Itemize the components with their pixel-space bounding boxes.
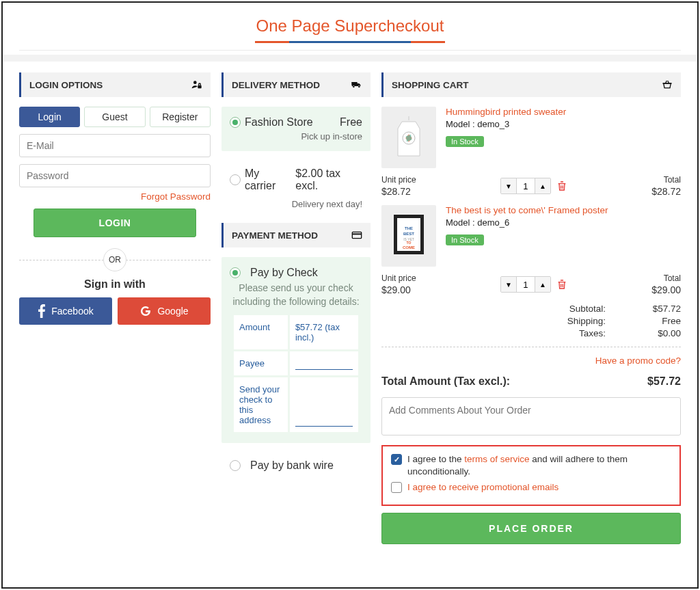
login-button[interactable]: LOGIN (33, 209, 196, 237)
qty-decrease[interactable]: ▼ (501, 178, 516, 193)
quantity-stepper[interactable]: ▼ ▲ (500, 276, 551, 293)
delivery-price: $2.00 tax excl. (295, 167, 362, 192)
delivery-option[interactable]: My carrier $2.00 tax excl. (221, 161, 371, 199)
shipping-value: Free (626, 316, 681, 326)
google-button[interactable]: Google (118, 297, 211, 325)
subtotal-label: Subtotal: (558, 304, 606, 314)
unit-price: $29.00 (381, 284, 416, 295)
check-address-label: Send your check to this address (234, 377, 290, 432)
taxes-label: Taxes: (558, 328, 606, 338)
qty-increase[interactable]: ▲ (535, 178, 550, 193)
qty-input[interactable] (516, 178, 535, 193)
truck-icon (351, 79, 362, 90)
product-thumbnail: THEBESTIS YETTOCOME (381, 205, 436, 267)
delivery-label: Fashion Store (245, 116, 313, 129)
svg-point-0 (193, 81, 197, 84)
promo-code-link[interactable]: Have a promo code? (381, 356, 681, 366)
payment-option[interactable]: Pay by bank wire (221, 453, 371, 479)
unit-price-label: Unit price (381, 175, 416, 185)
qty-increase[interactable]: ▲ (535, 277, 550, 292)
cart-heading: SHOPPING CART (392, 80, 469, 90)
order-totals: Subtotal:$57.72 Shipping:Free Taxes:$0.0… (381, 304, 681, 338)
cart-item: THEBESTIS YETTOCOME The best is yet to c… (381, 205, 681, 295)
line-total-label: Total (664, 175, 681, 185)
login-heading: LOGIN OPTIONS (29, 80, 103, 90)
svg-rect-2 (352, 232, 361, 238)
user-lock-icon (191, 79, 202, 90)
radio-icon (230, 117, 241, 128)
taxes-value: $0.00 (626, 328, 681, 338)
check-address-value (290, 377, 358, 432)
page-title-wrap: One Page Supercheckout (19, 14, 681, 51)
delivery-note: Pick up in-store (230, 131, 362, 142)
order-comment[interactable] (381, 397, 681, 435)
promo-emails-checkbox-row[interactable]: I agree to receive promotional emails (391, 481, 671, 494)
divider (3, 55, 697, 62)
grand-total-value: $57.72 (647, 375, 681, 388)
product-name[interactable]: Hummingbird printed sweater (446, 107, 566, 117)
product-thumbnail (381, 107, 436, 168)
cart-item: Hummingbird printed sweater Model : demo… (381, 107, 681, 197)
card-icon (351, 230, 362, 241)
check-details-table: Amount$57.72 (tax incl.) Payee Send your… (234, 315, 358, 432)
facebook-button[interactable]: Facebook (19, 297, 112, 325)
password-field[interactable] (19, 164, 211, 187)
qty-input[interactable] (516, 277, 535, 292)
remove-item[interactable] (556, 180, 567, 192)
payment-note: Please send us your check including the … (230, 282, 362, 308)
check-payee-value (290, 351, 358, 375)
svg-text:BEST: BEST (403, 232, 414, 236)
svg-text:THE: THE (405, 226, 413, 230)
svg-rect-1 (198, 85, 201, 89)
payment-option-selected[interactable]: Pay by Check Please send us your check i… (221, 257, 371, 443)
payment-label: Pay by bank wire (250, 459, 334, 472)
delivery-header: DELIVERY METHOD (221, 72, 371, 97)
promo-emails-text: I agree to receive promotional emails (407, 481, 558, 494)
email-field[interactable] (19, 134, 211, 157)
payment-label: Pay by Check (250, 267, 318, 279)
svg-text:COME: COME (403, 245, 415, 250)
title-underline (255, 41, 445, 43)
page-title: One Page Supercheckout (251, 14, 450, 38)
delivery-price: Free (340, 116, 362, 129)
unit-price-label: Unit price (381, 273, 416, 283)
tab-register[interactable]: Register (150, 107, 211, 127)
radio-icon (230, 267, 241, 278)
payment-heading: PAYMENT METHOD (232, 230, 318, 241)
facebook-icon (38, 304, 46, 318)
login-tabs: Login Guest Register (19, 107, 211, 127)
google-icon (139, 305, 152, 317)
line-total: $29.00 (651, 284, 681, 295)
delivery-note: Delivery next day! (221, 199, 371, 209)
facebook-label: Facebook (51, 306, 93, 317)
grand-total-label: Total Amount (Tax excl.): (381, 375, 510, 388)
remove-item[interactable] (556, 278, 567, 291)
delivery-label: My carrier (245, 167, 290, 192)
basket-icon (662, 79, 673, 90)
unit-price: $28.72 (381, 186, 416, 197)
svg-rect-3 (352, 233, 361, 234)
tab-guest[interactable]: Guest (84, 107, 145, 127)
google-label: Google (157, 306, 188, 317)
signin-with-label: Sign in with (19, 278, 211, 291)
qty-decrease[interactable]: ▼ (501, 277, 516, 292)
delivery-option-selected[interactable]: Fashion Store Free Pick up in-store (221, 107, 371, 151)
terms-checkbox-row[interactable]: ✓ I agree to the terms of service and wi… (391, 453, 671, 477)
svg-text:TO: TO (407, 241, 412, 245)
line-total-label: Total (664, 273, 681, 283)
tab-login[interactable]: Login (19, 107, 80, 127)
terms-link[interactable]: terms of service (464, 454, 529, 464)
agreements-box: ✓ I agree to the terms of service and wi… (381, 445, 681, 506)
product-name[interactable]: The best is yet to come\' Framed poster (446, 205, 608, 215)
login-header: LOGIN OPTIONS (19, 72, 211, 97)
check-amount-label: Amount (234, 315, 290, 349)
stock-badge: In Stock (446, 234, 484, 245)
delivery-heading: DELIVERY METHOD (232, 80, 320, 90)
subtotal-value: $57.72 (626, 304, 681, 314)
shipping-label: Shipping: (558, 316, 606, 326)
radio-icon (230, 174, 241, 185)
payment-header: PAYMENT METHOD (221, 223, 371, 247)
quantity-stepper[interactable]: ▼ ▲ (500, 178, 551, 194)
place-order-button[interactable]: PLACE ORDER (381, 513, 681, 544)
forgot-password-link[interactable]: Forgot Password (19, 191, 211, 202)
